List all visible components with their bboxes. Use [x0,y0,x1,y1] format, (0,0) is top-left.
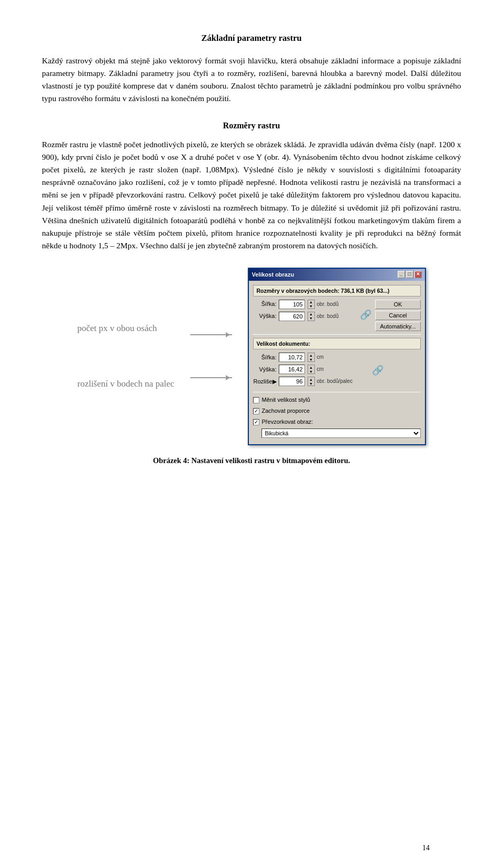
chk2-label: Zachovat proporce [262,406,310,415]
maximize-button[interactable]: □ [406,271,413,278]
separator-2 [253,392,421,392]
chk3-label: Převzorkovat obraz: [262,417,313,426]
rozliseni-row: Rozliše▶ ▲ ▼ obr. bodů/palec [253,377,374,386]
chk3-row: ✓ Převzorkovat obraz: [253,417,421,426]
sirka2-spinner[interactable]: ▲ ▼ [308,353,315,362]
dialog-titlebar: Velikost obrazu _ □ ✕ [249,269,425,281]
rozliseni-spinner[interactable]: ▲ ▼ [308,377,315,386]
figure-left-labels: počet px v obou osách rozlišení v bodech… [77,322,174,391]
dialog-body: Rozměry v obrazových bodech: 736,1 KB (b… [249,281,425,445]
vyska-spinner-up[interactable]: ▲ [308,312,314,316]
vyska-spinner-down[interactable]: ▼ [308,316,314,321]
vyska2-unit: cm [317,365,374,373]
figure-label-1: počet px v obou osách [77,322,174,335]
dialog-title-text: Velikost obrazu [252,270,294,279]
sirka2-row: Šířka: ▲ ▼ cm [253,353,374,362]
chk1-box[interactable] [253,397,259,403]
chk1-row: Měnit velikost stylů [253,395,421,404]
link-icon: 🔗 [362,300,372,331]
section-heading-rozmery: Rozměry rastru [42,119,461,133]
paragraph-1: Každý rastrový objekt má stejně jako vek… [42,54,461,105]
figure-caption: Obrázek 4: Nastavení velikosti rastru v … [153,455,350,466]
page-number: 14 [422,842,430,854]
sirka2-spinner-up[interactable]: ▲ [308,353,314,357]
sirka-unit: obr. bodů [317,300,362,309]
sirka-spinner[interactable]: ▲ ▼ [308,300,315,309]
ok-button[interactable]: OK [375,300,420,309]
vyska-input[interactable] [279,312,305,321]
figure-arrows [190,334,232,378]
chk2-row: ✓ Zachovat proporce [253,406,421,415]
rozliseni-spinner-up[interactable]: ▲ [308,377,314,381]
sirka-label: Šířka: [253,300,277,309]
vyska2-label: Výška: [253,365,277,374]
paragraph-2: Rozměr rastru je vlastně počet jednotliv… [42,138,461,251]
page-heading: Základní parametry rastru [42,31,461,45]
dialog-velikost-obrazu: Velikost obrazu _ □ ✕ Rozměry v obrazový… [248,268,426,446]
vyska2-spinner-up[interactable]: ▲ [308,365,314,369]
figure-label-2: rozlišení v bodech na palec [77,377,174,391]
arrow-1 [190,334,232,335]
section2-label: Velikost dokumentu: [253,338,421,349]
dialog-buttons: OK Cancel Automaticky... [375,300,420,331]
chk3-box[interactable]: ✓ [253,419,259,425]
vyska2-input[interactable] [279,365,305,374]
close-button[interactable]: ✕ [414,271,422,278]
section1-label: Rozměry v obrazových bodech: 736,1 KB (b… [253,285,421,296]
separator-1 [253,334,421,335]
sirka2-input[interactable] [279,353,305,362]
auto-button[interactable]: Automaticky... [375,322,420,331]
sirka2-spinner-down[interactable]: ▼ [308,357,314,361]
sirka-spinner-down[interactable]: ▼ [308,304,314,309]
sirka2-label: Šířka: [253,353,277,362]
cancel-button[interactable]: Cancel [375,311,420,320]
vyska-label: Výška: [253,312,277,321]
rozliseni-label: Rozliše▶ [253,377,277,386]
vyska-row: Výška: ▲ ▼ obr. bodů [253,312,362,321]
figure-4: počet px v obou osách rozlišení v bodech… [42,268,461,467]
arrow-2 [190,377,232,378]
vyska2-row: Výška: ▲ ▼ cm [253,365,374,374]
vyska2-spinner-down[interactable]: ▼ [308,369,314,373]
rozliseni-spinner-down[interactable]: ▼ [308,381,314,386]
vyska-unit: obr. bodů [317,312,362,321]
rozliseni-unit: obr. bodů/palec [317,377,374,386]
sirka-spinner-up[interactable]: ▲ [308,300,314,304]
prevzorkovat-dropdown[interactable]: Bikubická [261,428,421,438]
sirka-row: Šířka: ▲ ▼ obr. bodů [253,300,362,309]
chk2-box[interactable]: ✓ [253,408,259,414]
minimize-button[interactable]: _ [398,271,405,278]
dropdown-row: Bikubická [253,428,421,438]
sirka2-unit: cm [317,353,374,361]
vyska2-spinner[interactable]: ▲ ▼ [308,365,315,374]
titlebar-buttons: _ □ ✕ [398,271,422,278]
link-icon-2: 🔗 [374,353,384,389]
chk1-label: Měnit velikost stylů [262,395,310,404]
vyska-spinner[interactable]: ▲ ▼ [308,312,315,321]
rozliseni-input[interactable] [279,377,305,386]
sirka-input[interactable] [279,300,305,309]
